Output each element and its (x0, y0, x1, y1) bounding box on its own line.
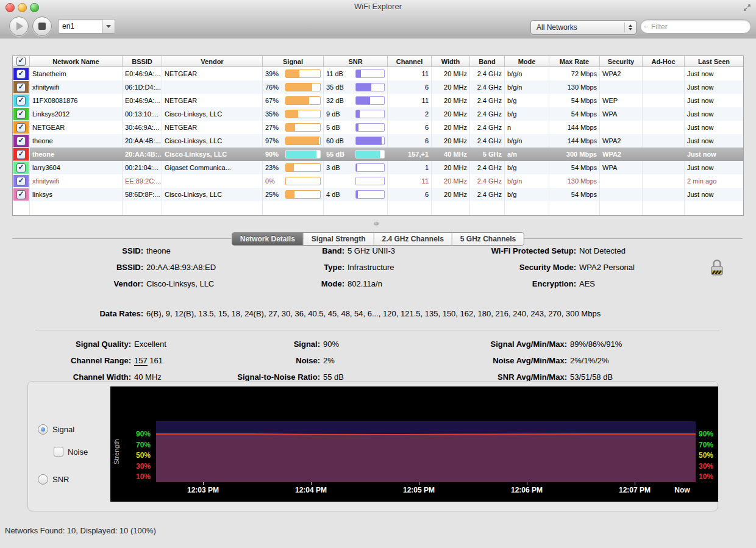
row-checkbox-cell[interactable]: ✓ (13, 188, 30, 201)
signal-percent: 25% (265, 191, 279, 198)
checkbox-checked-icon[interactable]: ✓ (16, 83, 26, 92)
scan-start-button[interactable] (9, 16, 29, 36)
network-color-swatch: ✓ (13, 175, 29, 187)
network-scope-popup[interactable]: All Networks (530, 20, 637, 35)
column-header-security[interactable]: Security (600, 56, 643, 66)
column-header-width[interactable]: Width (432, 56, 470, 66)
checkbox-checked-icon[interactable]: ✓ (16, 110, 26, 119)
table-row[interactable]: ✓StanetheimE0:46:9A:...NETGEAR39%11 dB11… (13, 67, 743, 80)
checkbox-checked-icon[interactable]: ✓ (16, 190, 26, 199)
interface-combobox[interactable]: en1 (58, 19, 115, 34)
column-header-mode[interactable]: Mode (505, 56, 549, 66)
table-row[interactable]: ✓theone20:AA:4B:...Cisco-Linksys, LLC97%… (13, 134, 743, 148)
signal-label: Signal: (201, 340, 320, 349)
table-row[interactable]: ✓xfinitywifi06:1D:D4:...76%35 dB620 MHz2… (13, 80, 743, 94)
checkbox-checked-icon[interactable]: ✓ (16, 123, 26, 132)
signal-cell: 90% (263, 148, 324, 161)
fullscreen-icon[interactable] (743, 3, 751, 14)
data-rates-label: Data Rates: (12, 309, 143, 318)
security-cell (600, 188, 643, 201)
snr-cell: 4 dB (324, 188, 388, 201)
row-checkbox-cell[interactable]: ✓ (13, 148, 30, 161)
scan-stop-button[interactable] (32, 16, 52, 36)
column-header-ad-hoc[interactable]: Ad-Hoc (643, 56, 685, 66)
checkbox-checked-icon[interactable]: ✓ (16, 137, 26, 146)
column-header-last-seen[interactable]: Last Seen (685, 56, 743, 66)
snr-radio[interactable]: SNR (38, 474, 69, 485)
interface-value: en1 (59, 22, 102, 30)
snr-cell: 11 dB (324, 67, 388, 80)
snr-cell: 60 dB (324, 134, 388, 148)
checkbox-checked-icon[interactable]: ✓ (16, 96, 26, 105)
select-all-checkbox[interactable]: ✓ (13, 56, 30, 66)
signal-percent: 27% (265, 124, 279, 131)
filter-search-field[interactable] (640, 20, 751, 34)
mode-cell: b/g (505, 188, 549, 201)
vendor-cell: Cisco-Linksys, LLC (162, 134, 263, 148)
mode-cell: b/g (505, 107, 549, 121)
snr-radio-label: SNR (52, 475, 69, 484)
row-checkbox-cell[interactable]: ✓ (13, 134, 30, 148)
max-rate-cell: 130 Mbps (549, 80, 600, 94)
checkbox-checked-icon[interactable]: ✓ (16, 177, 26, 186)
table-row[interactable]: ✓theone20:AA:4B:...Cisco-Linksys, LLC90%… (13, 148, 743, 161)
width-cell: 20 MHz (432, 67, 470, 80)
row-checkbox-cell[interactable]: ✓ (13, 67, 30, 80)
column-header-max-rate[interactable]: Max Rate (549, 56, 600, 66)
checkbox-checked-icon[interactable]: ✓ (16, 163, 26, 173)
vendor-cell: Gigaset Communica... (162, 161, 263, 174)
row-checkbox-cell[interactable]: ✓ (13, 121, 30, 134)
column-header-vendor[interactable]: Vendor (162, 56, 263, 66)
row-checkbox-cell[interactable]: ✓ (13, 80, 30, 94)
row-checkbox-cell[interactable]: ✓ (13, 94, 30, 107)
adhoc-cell (643, 161, 685, 174)
snr-cell: 3 dB (324, 161, 388, 174)
table-row[interactable]: ✓11FX08081876E0:46:9A:...NETGEAR67%32 dB… (13, 94, 743, 107)
table-row[interactable]: ✓Linksys201200:13:10:...Cisco-Linksys, L… (13, 107, 743, 121)
checkbox-checked-icon[interactable]: ✓ (16, 150, 26, 159)
vendor-cell: NETGEAR (162, 94, 263, 107)
row-checkbox-cell[interactable]: ✓ (13, 161, 30, 174)
radio-unselected-icon (38, 474, 48, 485)
snr-cell: 5 dB (324, 121, 388, 134)
last-seen-cell: Just now (685, 121, 743, 134)
table-row[interactable]: ✓xfinitywifiEE:89:2C:...0%1120 MHz2.4 GH… (13, 174, 743, 188)
table-row[interactable]: ✓larry360400:21:04:...Gigaset Communica.… (13, 161, 743, 174)
table-row[interactable]: ✓NETGEAR30:46:9A:...NETGEAR27%5 dB620 MH… (13, 121, 743, 134)
combobox-arrow-button[interactable] (102, 20, 115, 33)
column-header-snr[interactable]: SNR (324, 56, 388, 66)
max-rate-cell: 144 Mbps (549, 121, 600, 134)
snr-avg-label: SNR Avg/Min/Max: (427, 372, 567, 382)
empty-cell (388, 201, 432, 215)
channel-cell: 6 (388, 134, 432, 148)
security-cell: WPA (600, 161, 643, 174)
snr-db: 3 dB (326, 164, 340, 171)
row-checkbox-cell[interactable]: ✓ (13, 107, 30, 121)
row-checkbox-cell[interactable]: ✓ (13, 174, 30, 188)
signal-radio[interactable]: Signal (38, 424, 74, 435)
signal-bar (285, 110, 321, 118)
vendor-cell: NETGEAR (162, 67, 263, 80)
filter-input[interactable] (650, 22, 747, 32)
security-cell: WPA2 (600, 67, 643, 80)
column-header-signal[interactable]: Signal (263, 56, 324, 66)
signal-percent: 90% (265, 151, 279, 158)
signal-percent: 0% (265, 177, 275, 185)
signal-cell: 25% (263, 188, 324, 201)
signal-bar (285, 137, 321, 145)
table-row[interactable]: ✓linksys58:6D:8F:...Cisco-Linksys, LLC25… (13, 188, 743, 201)
bssid-cell: EE:89:2C:... (123, 174, 162, 188)
noise-checkbox[interactable]: Noise (54, 447, 88, 457)
security-cell: WPA2 (600, 134, 643, 148)
signal-quality-value: Excellent (134, 340, 166, 349)
type-label: Type: (213, 263, 344, 272)
column-header-bssid[interactable]: BSSID (123, 56, 162, 66)
checkbox-checked-icon[interactable]: ✓ (16, 69, 26, 79)
snr-db: 55 dB (326, 151, 344, 158)
column-header-channel[interactable]: Channel (388, 56, 432, 66)
column-header-network-name[interactable]: Network Name (30, 56, 123, 66)
splitter-handle[interactable] (374, 222, 379, 226)
signal-cell: 35% (263, 107, 324, 121)
snr-value: 55 dB (323, 372, 344, 382)
column-header-band[interactable]: Band (470, 56, 505, 66)
